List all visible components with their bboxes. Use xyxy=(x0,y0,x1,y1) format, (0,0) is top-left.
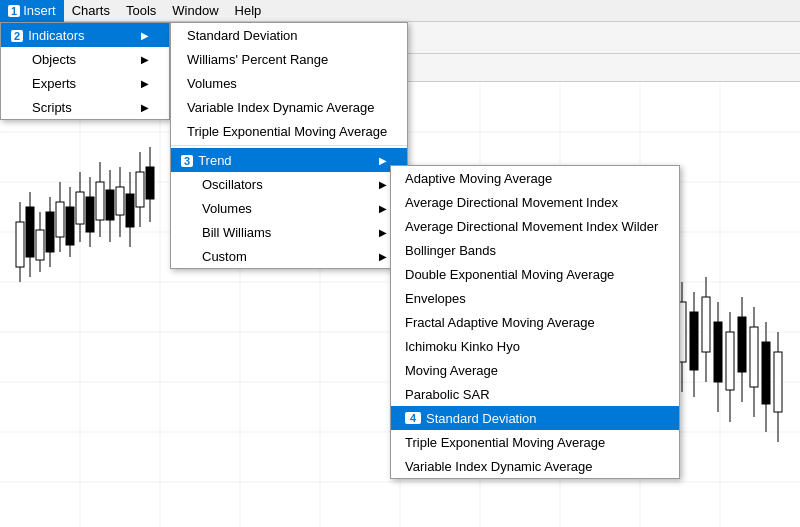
menu-vida[interactable]: Variable Index Dynamic Average xyxy=(171,95,407,119)
menubar: 1 Insert Charts Tools Window Help xyxy=(0,0,800,22)
svg-rect-112 xyxy=(774,352,782,412)
menubar-window[interactable]: Window xyxy=(164,0,226,22)
objects-arrow: ▶ xyxy=(141,54,149,65)
indicators-arrow: ▶ xyxy=(141,30,149,41)
trend-bb[interactable]: Bollinger Bands xyxy=(391,238,679,262)
menu-trend[interactable]: 3Trend ▶ xyxy=(171,148,407,172)
svg-rect-102 xyxy=(714,322,722,382)
svg-rect-40 xyxy=(36,230,44,260)
menu-volumes2[interactable]: Volumes ▶ xyxy=(171,196,407,220)
trend-admiw[interactable]: Average Directional Movement Index Wilde… xyxy=(391,214,679,238)
svg-rect-60 xyxy=(136,172,144,207)
trend-fama[interactable]: Fractal Adaptive Moving Average xyxy=(391,310,679,334)
svg-rect-52 xyxy=(96,182,104,220)
trend-psar[interactable]: Parabolic SAR xyxy=(391,382,679,406)
trend-badge: 3 xyxy=(181,155,193,167)
menu-custom[interactable]: Custom ▶ xyxy=(171,244,407,268)
svg-rect-44 xyxy=(56,202,64,237)
indicators-separator xyxy=(171,145,407,146)
trend-ama[interactable]: Adaptive Moving Average xyxy=(391,166,679,190)
scripts-arrow: ▶ xyxy=(141,102,149,113)
stddev-badge: 4 xyxy=(405,412,421,424)
svg-rect-58 xyxy=(126,194,134,227)
trend-envelopes[interactable]: Envelopes xyxy=(391,286,679,310)
trend-submenu: Adaptive Moving Average Average Directio… xyxy=(390,165,680,479)
svg-rect-46 xyxy=(66,207,74,245)
indicators-submenu: Standard Deviation Williams' Percent Ran… xyxy=(170,22,408,269)
custom-arrow: ▶ xyxy=(379,251,387,262)
trend-stddev[interactable]: 4 Standard Deviation xyxy=(391,406,679,430)
svg-rect-50 xyxy=(86,197,94,232)
trend-ichimoku[interactable]: Ichimoku Kinko Hyo xyxy=(391,334,679,358)
insert-dropdown: 2Indicators ▶ Objects ▶ Experts ▶ Script… xyxy=(0,22,170,120)
indicators-badge: 2 xyxy=(11,30,23,42)
trend-dema[interactable]: Double Exponential Moving Average xyxy=(391,262,679,286)
svg-rect-54 xyxy=(106,190,114,220)
menu-experts[interactable]: Experts ▶ xyxy=(1,71,169,95)
svg-rect-98 xyxy=(690,312,698,370)
svg-rect-104 xyxy=(726,332,734,390)
menu-williams[interactable]: Williams' Percent Range xyxy=(171,47,407,71)
trend-ma[interactable]: Moving Average xyxy=(391,358,679,382)
svg-rect-42 xyxy=(46,212,54,252)
svg-rect-38 xyxy=(26,207,34,257)
insert-badge: 1 xyxy=(8,5,20,17)
bill-williams-arrow: ▶ xyxy=(379,227,387,238)
menubar-help[interactable]: Help xyxy=(227,0,270,22)
menubar-insert[interactable]: 1 Insert xyxy=(0,0,64,22)
menu-std-dev[interactable]: Standard Deviation xyxy=(171,23,407,47)
menu-volumes[interactable]: Volumes xyxy=(171,71,407,95)
menu-indicators[interactable]: 2Indicators ▶ xyxy=(1,23,169,47)
svg-rect-36 xyxy=(16,222,24,267)
volumes-arrow: ▶ xyxy=(379,203,387,214)
trend-admi[interactable]: Average Directional Movement Index xyxy=(391,190,679,214)
svg-rect-108 xyxy=(750,327,758,387)
trend-vida2[interactable]: Variable Index Dynamic Average xyxy=(391,454,679,478)
svg-rect-56 xyxy=(116,187,124,215)
menu-bill-williams[interactable]: Bill Williams ▶ xyxy=(171,220,407,244)
menubar-tools[interactable]: Tools xyxy=(118,0,164,22)
svg-rect-62 xyxy=(146,167,154,199)
svg-rect-100 xyxy=(702,297,710,352)
experts-arrow: ▶ xyxy=(141,78,149,89)
svg-rect-106 xyxy=(738,317,746,372)
menu-objects[interactable]: Objects ▶ xyxy=(1,47,169,71)
trend-arrow: ▶ xyxy=(379,155,387,166)
svg-rect-48 xyxy=(76,192,84,224)
menubar-charts[interactable]: Charts xyxy=(64,0,118,22)
menu-scripts[interactable]: Scripts ▶ xyxy=(1,95,169,119)
svg-rect-110 xyxy=(762,342,770,404)
menu-tema[interactable]: Triple Exponential Moving Average xyxy=(171,119,407,143)
menu-oscillators[interactable]: Oscillators ▶ xyxy=(171,172,407,196)
oscillators-arrow: ▶ xyxy=(379,179,387,190)
trend-tema2[interactable]: Triple Exponential Moving Average xyxy=(391,430,679,454)
